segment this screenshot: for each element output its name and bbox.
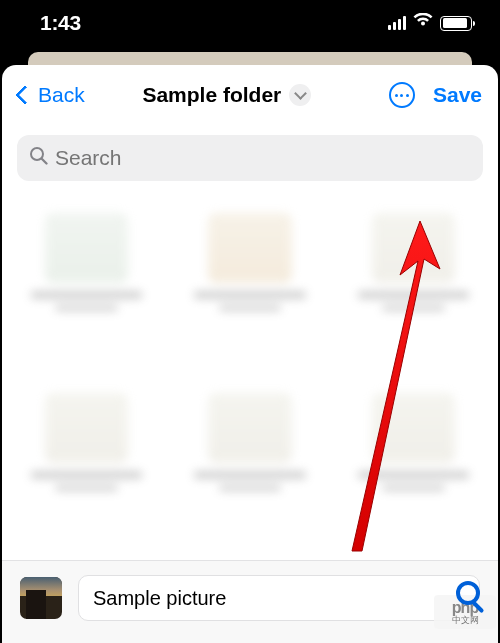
file-item[interactable] <box>344 201 483 361</box>
folder-title-dropdown[interactable]: Sample folder <box>65 83 389 107</box>
search-icon <box>29 146 48 170</box>
status-indicators <box>388 13 473 33</box>
magnifier-overlay-icon <box>456 581 480 605</box>
file-item[interactable] <box>17 201 156 361</box>
svg-line-1 <box>42 159 47 164</box>
status-time: 1:43 <box>40 11 81 35</box>
search-bar[interactable] <box>17 135 483 181</box>
ellipsis-icon <box>395 94 409 97</box>
save-button[interactable]: Save <box>433 83 482 107</box>
filename-text: Sample picture <box>93 587 226 610</box>
file-item[interactable] <box>344 381 483 541</box>
file-item[interactable] <box>180 381 319 541</box>
search-input[interactable] <box>55 146 471 170</box>
status-bar: 1:43 <box>0 0 500 50</box>
chevron-down-icon <box>289 84 311 106</box>
folder-title: Sample folder <box>142 83 281 107</box>
navigation-bar: Back Sample folder Save <box>2 65 498 125</box>
battery-icon <box>440 16 472 31</box>
chevron-left-icon <box>15 85 35 105</box>
file-picker-sheet: Back Sample folder Save <box>2 65 498 643</box>
file-thumbnail[interactable] <box>20 577 62 619</box>
file-item[interactable] <box>17 381 156 541</box>
options-button[interactable] <box>389 82 415 108</box>
filename-field[interactable]: Sample picture <box>78 575 480 621</box>
file-grid[interactable] <box>2 181 498 560</box>
cellular-icon <box>388 16 407 30</box>
save-footer: Sample picture <box>2 560 498 643</box>
file-item[interactable] <box>180 201 319 361</box>
wifi-icon <box>413 12 433 33</box>
